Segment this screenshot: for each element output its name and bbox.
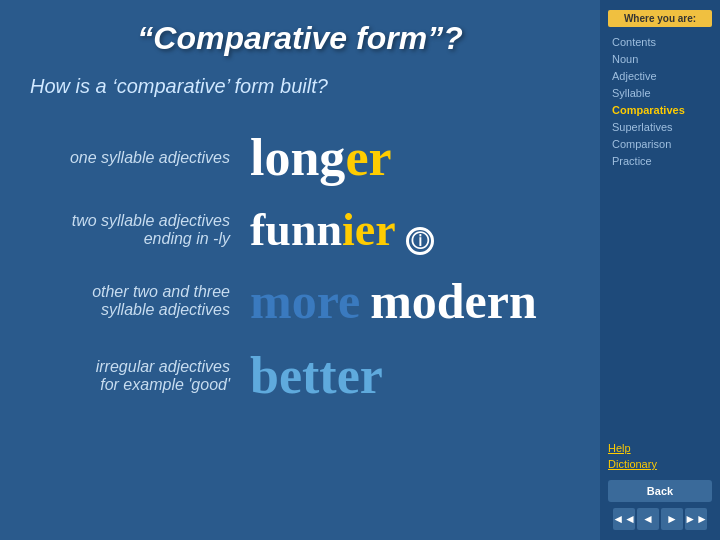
- sidebar: Where you are: Contents Noun Adjective S…: [600, 0, 720, 540]
- row-two-syllable: two syllable adjectivesending in -ly fun…: [30, 203, 570, 256]
- label-one-syllable: one syllable adjectives: [30, 149, 230, 167]
- nav-noun[interactable]: Noun: [608, 52, 712, 66]
- dictionary-link[interactable]: Dictionary: [608, 458, 712, 470]
- info-icon[interactable]: ⓘ: [406, 227, 434, 255]
- where-you-are-label: Where you are:: [608, 10, 712, 27]
- funnier-base: funn: [250, 204, 342, 255]
- page-title: “Comparative form”?: [30, 20, 570, 57]
- example-funnier: funnier ⓘ: [250, 203, 434, 256]
- label-two-syllable: two syllable adjectivesending in -ly: [30, 212, 230, 248]
- example-longer: longer: [250, 128, 392, 187]
- back-button[interactable]: Back: [608, 480, 712, 502]
- example-better: better: [250, 346, 383, 405]
- prev-arrow[interactable]: ◄: [637, 508, 659, 530]
- help-section: Help Dictionary: [608, 442, 712, 470]
- help-link[interactable]: Help: [608, 442, 712, 454]
- longer-suffix: er: [345, 129, 391, 186]
- row-multi-syllable: other two and threesyllable adjectives m…: [30, 272, 570, 330]
- last-arrow[interactable]: ►►: [685, 508, 707, 530]
- nav-contents[interactable]: Contents: [608, 35, 712, 49]
- more-word: more: [250, 272, 360, 330]
- funnier-suffix: ier: [342, 204, 396, 255]
- nav-comparison[interactable]: Comparison: [608, 137, 712, 151]
- content-area: “Comparative form”? How is a ‘comparativ…: [0, 0, 600, 540]
- nav-syllable[interactable]: Syllable: [608, 86, 712, 100]
- row-irregular: irregular adjectivesfor example 'good' b…: [30, 346, 570, 405]
- nav-comparatives[interactable]: Comparatives: [608, 103, 712, 117]
- modern-word: modern: [370, 272, 537, 330]
- nav-practice[interactable]: Practice: [608, 154, 712, 168]
- nav-arrows: ◄◄ ◄ ► ►►: [608, 508, 712, 530]
- page-subtitle: How is a ‘comparative’ form built?: [30, 75, 570, 98]
- first-arrow[interactable]: ◄◄: [613, 508, 635, 530]
- nav-items: Contents Noun Adjective Syllable Compara…: [608, 35, 712, 442]
- next-arrow[interactable]: ►: [661, 508, 683, 530]
- example-more-modern: more modern: [250, 272, 537, 330]
- main-container: “Comparative form”? How is a ‘comparativ…: [0, 0, 720, 540]
- rows: one syllable adjectives longer two sylla…: [30, 128, 570, 520]
- label-multi-syllable: other two and threesyllable adjectives: [30, 283, 230, 319]
- longer-base: long: [250, 129, 345, 186]
- nav-adjective[interactable]: Adjective: [608, 69, 712, 83]
- row-one-syllable: one syllable adjectives longer: [30, 128, 570, 187]
- label-irregular: irregular adjectivesfor example 'good': [30, 358, 230, 394]
- nav-superlatives[interactable]: Superlatives: [608, 120, 712, 134]
